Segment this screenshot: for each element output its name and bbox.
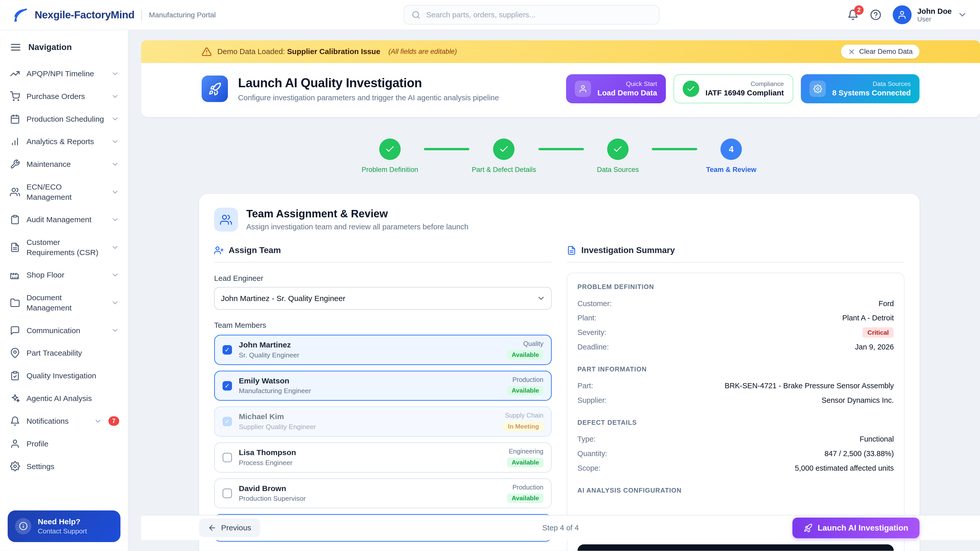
sidebar-item-label: Production Scheduling	[27, 114, 105, 124]
summary-row: Quantity: 847 / 2,500 (33.88%)	[578, 446, 894, 461]
user-name: John Doe	[917, 7, 952, 16]
bell-icon	[10, 416, 20, 426]
clear-demo-data-button[interactable]: Clear Demo Data	[841, 44, 920, 59]
sidebar-item-label: Settings	[27, 462, 119, 472]
investigation-summary-column: Investigation Summary PROBLEM DEFINITION…	[567, 245, 904, 551]
sidebar-item[interactable]: Shop Floor	[0, 264, 128, 286]
summary-row-value: Jan 9, 2026	[616, 343, 894, 351]
chat-icon	[10, 326, 20, 335]
team-member-card[interactable]: John Martinez Sr. Quality Engineer Quali…	[214, 335, 552, 365]
sidebar-item[interactable]: APQP/NPI Timeline	[0, 62, 128, 85]
assign-team-heading: Assign Team	[214, 245, 552, 262]
launch-ai-investigation-button[interactable]: Launch AI Investigation	[792, 518, 920, 538]
member-role: Sr. Quality Engineer	[239, 351, 299, 359]
sidebar-item[interactable]: Quality Investigation	[0, 365, 128, 387]
help-card[interactable]: Need Help? Contact Support	[8, 510, 121, 542]
global-search[interactable]	[404, 5, 659, 25]
summary-row-label: Severity:	[578, 328, 606, 337]
help-card-title: Need Help?	[38, 517, 87, 526]
member-checkbox[interactable]	[223, 381, 232, 391]
investigation-summary-heading: Investigation Summary	[567, 245, 904, 262]
demo-banner-note: (All fields are editable)	[388, 48, 457, 56]
sidebar-item-label: Analytics & Reports	[27, 137, 105, 146]
summary-section-title: DEFECT DETAILS	[578, 419, 894, 426]
sidebar-item[interactable]: Document Management	[0, 286, 128, 319]
team-member-card[interactable]: Michael Kim Supplier Quality Engineer Su…	[214, 407, 552, 437]
member-department: Quality	[507, 340, 543, 348]
stepper-step[interactable]: Part & Defect Details	[472, 138, 536, 174]
user-menu[interactable]: John Doe User	[893, 5, 967, 24]
lead-engineer-select[interactable]: John Martinez - Sr. Quality Engineer	[214, 287, 552, 310]
sidebar-item-label: APQP/NPI Timeline	[27, 68, 105, 79]
sidebar-item[interactable]: Audit Management	[0, 208, 128, 231]
sidebar-item[interactable]: Purchase Orders	[0, 85, 128, 108]
stepper-step[interactable]: 4 Team & Review	[700, 138, 763, 174]
stepper-step[interactable]: Problem Definition	[358, 138, 422, 174]
help-button[interactable]	[870, 9, 881, 21]
sidebar-title: Navigation	[28, 42, 72, 52]
member-checkbox[interactable]	[223, 489, 232, 498]
warning-icon	[202, 47, 212, 57]
chevron-down-icon	[111, 243, 119, 251]
member-department: Supply Chain	[504, 412, 543, 419]
trending-up-icon	[10, 68, 20, 79]
arrow-left-icon	[208, 524, 217, 532]
sidebar-item[interactable]: Settings	[0, 455, 128, 478]
step-label: Team & Review	[706, 165, 756, 174]
stepper-step[interactable]: Data Sources	[587, 138, 649, 174]
chevron-down-icon	[111, 115, 119, 123]
search-input[interactable]	[426, 11, 651, 19]
portal-subtitle: Manufacturing Portal	[149, 11, 216, 19]
sidebar-item-label: Audit Management	[27, 214, 105, 224]
sidebar-item[interactable]: Maintenance	[0, 153, 128, 176]
sidebar-item[interactable]: ECN/ECO Management	[0, 176, 128, 208]
chevron-down-icon	[111, 138, 119, 146]
users-icon	[10, 187, 20, 197]
sidebar-item-label: Quality Investigation	[27, 371, 119, 381]
member-role: Manufacturing Engineer	[239, 387, 311, 395]
member-checkbox[interactable]	[223, 417, 232, 426]
hamburger-menu-icon[interactable]	[10, 41, 21, 53]
chevron-down-icon	[111, 216, 119, 224]
member-checkbox[interactable]	[223, 345, 232, 354]
summary-row: Scope: 5,000 estimated affected units	[578, 461, 894, 475]
sidebar-item-badge: 7	[108, 416, 119, 426]
team-member-card[interactable]: David Brown Production Supervisor Produc…	[214, 478, 552, 508]
sidebar-item[interactable]: Analytics & Reports	[0, 130, 128, 153]
summary-doc-icon	[567, 246, 576, 255]
load-demo-data-badge[interactable]: Quick Start Load Demo Data	[566, 74, 666, 103]
sidebar-item[interactable]: Profile	[0, 432, 128, 455]
step-circle[interactable]	[607, 138, 628, 160]
notifications-bell-button[interactable]: 2	[847, 9, 859, 21]
step-circle[interactable]	[379, 138, 401, 160]
notification-count-badge: 2	[854, 5, 864, 15]
sidebar-item[interactable]: Communication	[0, 319, 128, 342]
app-logo-icon	[13, 6, 29, 23]
sidebar-item-label: Maintenance	[27, 159, 105, 169]
step-label: Part & Defect Details	[472, 165, 536, 174]
sidebar-item[interactable]: Production Scheduling	[0, 108, 128, 130]
demo-data-banner: Demo Data Loaded: Supplier Calibration I…	[141, 40, 980, 63]
summary-section: AI ANALYSIS CONFIGURATION	[578, 487, 894, 494]
sidebar-item[interactable]: Customer Requirements (CSR)	[0, 231, 128, 264]
demo-banner-text: Demo Data Loaded: Supplier Calibration I…	[217, 47, 380, 56]
sidebar-item[interactable]: Agentic AI Analysis	[0, 387, 128, 410]
team-member-card[interactable]: Emily Watson Manufacturing Engineer Prod…	[214, 371, 552, 401]
sidebar-item-label: Part Traceability	[27, 348, 119, 358]
sidebar: Navigation APQP/NPI Timeline Purchase Or…	[0, 30, 128, 551]
team-member-card[interactable]: Lisa Thompson Process Engineer Engineeri…	[214, 442, 552, 472]
sidebar-item[interactable]: Notifications 7	[0, 410, 128, 432]
summary-row-label: Quantity:	[578, 449, 608, 458]
step-circle[interactable]: 4	[721, 138, 742, 160]
member-checkbox[interactable]	[223, 453, 232, 462]
summary-section-title: PART INFORMATION	[578, 365, 894, 373]
summary-sections: PROBLEM DEFINITION Customer: Ford Plant:…	[578, 283, 894, 494]
previous-button[interactable]: Previous	[199, 518, 260, 537]
sidebar-item[interactable]: Part Traceability	[0, 342, 128, 365]
step-circle[interactable]	[493, 138, 514, 160]
summary-row-label: Customer:	[578, 300, 612, 308]
summary-section-title: AI ANALYSIS CONFIGURATION	[578, 487, 894, 494]
member-role: Supplier Quality Engineer	[239, 423, 316, 431]
chevron-down-icon	[111, 271, 119, 279]
x-icon	[848, 48, 856, 56]
